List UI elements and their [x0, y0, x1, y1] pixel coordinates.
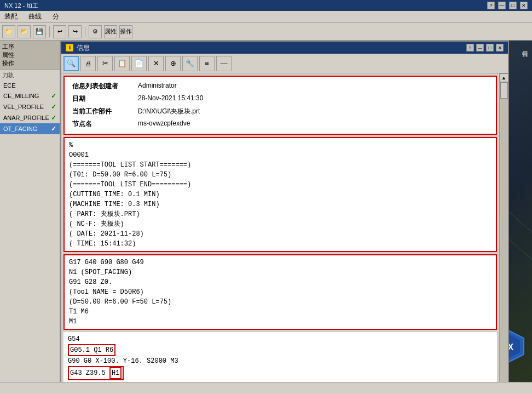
toolbar-new-btn[interactable]: 📁	[2, 25, 15, 38]
code-g54: G54	[68, 334, 493, 344]
toolbar-sep-1	[49, 26, 50, 37]
toolbar-undo-btn[interactable]: ↩	[53, 25, 66, 38]
code-line-tool-end: (=======TOOL LIST END=========)	[69, 180, 491, 190]
dialog-min-btn[interactable]: —	[476, 44, 484, 52]
creator-label: 信息列表创建者	[68, 80, 134, 93]
dialog-list-btn[interactable]: ≡	[199, 56, 215, 71]
sidebar-item-anar-profile-label: ANAR_PROFILE	[3, 115, 49, 121]
code-g91: G91 G28 Z0.	[69, 277, 491, 287]
title-bar: NX 12 - 加工 ? — □ ✕	[0, 0, 532, 11]
code-section-3: G54 G05.1 Q1 R6 G90 G0 X-100. Y-16. S200…	[63, 332, 497, 382]
sidebar-item-vel-profile[interactable]: VEL_PROFILE ✓	[0, 101, 60, 112]
close-button[interactable]: ✕	[520, 2, 528, 9]
scroll-thumb[interactable]	[500, 82, 508, 99]
sidebar-item-ce-milling-check: ✓	[51, 92, 56, 100]
dialog-close-btn[interactable]: ✕	[496, 44, 504, 52]
dialog-body: 信息列表创建者 Administrator 日期 28-Nov-2021 15:…	[61, 73, 508, 382]
left-panel-label3: 操作	[2, 59, 57, 67]
sidebar-item-vel-profile-check: ✓	[51, 103, 56, 111]
toolbar-op-btn[interactable]: ⚙	[89, 25, 102, 38]
info-table-container: 信息列表创建者 Administrator 日期 28-Nov-2021 15:…	[63, 76, 497, 135]
sidebar-items-list: ECE CE_MILLING ✓ VEL_PROFILE ✓ ANAR_PROF…	[0, 81, 60, 382]
toolbar-action-btn[interactable]: 操作	[119, 25, 132, 38]
dialog-paste-btn[interactable]: 📄	[131, 56, 147, 71]
maximize-button[interactable]: □	[509, 2, 517, 9]
code-line-ncf: ( NC-F: 夹板块)	[69, 219, 491, 229]
toolbar-save-btn[interactable]: 💾	[33, 25, 46, 38]
dialog-max-btn[interactable]: □	[486, 44, 494, 52]
code-m1: M1	[69, 317, 491, 327]
date-label: 日期	[68, 93, 134, 105]
dialog-title-text: 信息	[77, 43, 90, 53]
info-dialog: ℹ 信息 ? — □ ✕ 🔍 🖨 ✂ 📋 📄	[60, 41, 509, 382]
part-value: D:\NX\UGI\夹板块.prt	[134, 105, 493, 118]
menu-bar: 装配 曲线 分	[0, 11, 532, 23]
minimize-button[interactable]: —	[498, 2, 506, 9]
dialog-copy-btn[interactable]: 📋	[114, 56, 130, 71]
menu-item-curve[interactable]: 曲线	[26, 11, 44, 22]
code-line-part: ( PART: 夹板块.PRT)	[69, 209, 491, 219]
code-n1: N1 (SPOT_FACING)	[69, 267, 491, 277]
sidebar-item-vel-profile-label: VEL_PROFILE	[3, 104, 44, 110]
help-button[interactable]: ?	[487, 2, 495, 9]
dialog-title-buttons: ? — □ ✕	[466, 44, 504, 52]
date-value: 28-Nov-2021 15:41:30	[134, 93, 493, 105]
sidebar-item-ot-facing[interactable]: OT_FACING ✓	[0, 123, 60, 134]
code-g90: G90 G0 X-100. Y-16. S2000 M3	[68, 356, 493, 366]
left-panel-label2: 属性	[2, 51, 57, 59]
dialog-find-btn[interactable]: 🔍	[63, 56, 79, 71]
node-label: 节点名	[68, 118, 134, 130]
info-table: 信息列表创建者 Administrator 日期 28-Nov-2021 15:…	[68, 80, 493, 130]
code-g17: G17 G40 G90 G80 G49	[69, 258, 491, 267]
sidebar-item-ot-facing-check: ✓	[51, 125, 56, 133]
vertical-scrollbar[interactable]: ▲ ▼	[499, 73, 508, 382]
app-title: NX 12 - 加工	[4, 2, 38, 10]
sidebar-item-anar-profile-check: ✓	[51, 114, 56, 122]
dialog-help-btn[interactable]: ?	[466, 44, 474, 52]
status-bar	[0, 382, 532, 394]
dialog-delete-btn[interactable]: ✕	[148, 56, 164, 71]
dialog-title-left: ℹ 信息	[66, 43, 90, 53]
scroll-up-arrow[interactable]: ▲	[500, 73, 508, 82]
creator-value: Administrator	[134, 80, 493, 93]
dialog-settings-btn[interactable]: 🔧	[182, 56, 198, 71]
menu-item-part[interactable]: 分	[50, 11, 61, 22]
code-d50: (D=50.00 R=6.00 F=50 L=75)	[69, 297, 491, 307]
toolbar-open-btn[interactable]: 📂	[18, 25, 31, 38]
dialog-minus-btn[interactable]: —	[216, 56, 232, 71]
node-value: ms-ovwzcpfexdve	[134, 118, 493, 130]
code-line-tool-start: (=======TOOL LIST START=======)	[69, 160, 491, 170]
central-panel: ℹ 信息 ? — □ ✕ 🔍 🖨 ✂ 📋 📄	[60, 41, 532, 382]
code-line-percent: %	[69, 140, 491, 150]
toolbar-redo-btn[interactable]: ↪	[68, 25, 82, 38]
code-line-o0001: O0001	[69, 150, 491, 160]
sidebar-item-ece[interactable]: ECE	[0, 81, 60, 90]
dialog-icon: ℹ	[66, 44, 73, 52]
sidebar-header: 工序 属性 操作	[0, 41, 60, 70]
dialog-content-scroll[interactable]: 信息列表创建者 Administrator 日期 28-Nov-2021 15:…	[61, 73, 499, 382]
left-panel-label: 工序	[2, 43, 14, 50]
highlight-g43: G43 Z39.5 H1	[68, 366, 124, 380]
code-line-cutting-time: (CUTTING_TIME: 0.1 MIN)	[69, 190, 491, 199]
code-m8: M8	[68, 380, 493, 382]
toolbar-sep-2	[85, 26, 85, 37]
scroll-track[interactable]	[500, 82, 508, 382]
sidebar-item-anar-profile[interactable]: ANAR_PROFILE ✓	[0, 112, 60, 123]
dialog-print-btn[interactable]: 🖨	[80, 56, 96, 71]
sidebar-tool-path-label: 刀轨	[0, 70, 60, 81]
code-g05-highlighted: G05.1 Q1 R6	[68, 344, 493, 356]
code-line-machine-time: (MACHINE TIME: 0.3 MIN)	[69, 199, 491, 209]
sidebar-item-ce-milling[interactable]: CE_MILLING ✓	[0, 90, 60, 101]
dialog-cut-btn[interactable]: ✂	[97, 56, 113, 71]
code-line-date: ( DATE: 2021-11-28)	[69, 229, 491, 239]
code-toolname: (Tool NAME = D50R6)	[69, 287, 491, 297]
dialog-add-btn[interactable]: ⊕	[165, 56, 181, 71]
sidebar-item-ot-facing-label: OT_FACING	[3, 125, 37, 132]
content-area: 工序 属性 操作 刀轨 ECE CE_MILLING ✓ VEL_PROFILE…	[0, 41, 532, 382]
nx-main-window: NX 12 - 加工 ? — □ ✕ 装配 曲线 分 📁 📂 💾 ↩ ↪ ⚙ 属…	[0, 0, 532, 394]
code-section-1: % O0001 (=======TOOL LIST START=======) …	[63, 137, 497, 252]
dialog-toolbar: 🔍 🖨 ✂ 📋 📄 ✕ ⊕ 🔧 ≡ —	[61, 54, 508, 73]
toolbar-attr-btn[interactable]: 属性	[104, 25, 117, 38]
code-t1m6: T1 M6	[69, 307, 491, 317]
menu-item-assembly[interactable]: 装配	[2, 11, 20, 22]
